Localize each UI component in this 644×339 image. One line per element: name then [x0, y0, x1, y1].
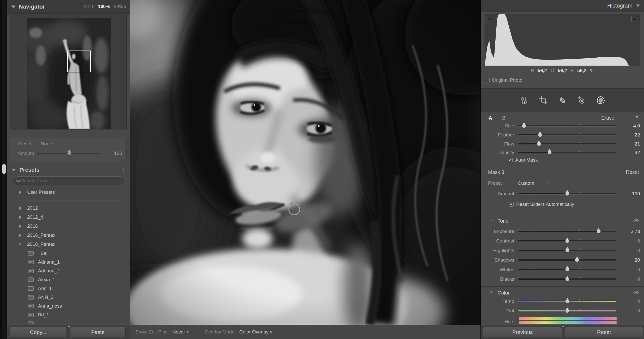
collapse-triangle-icon[interactable] — [636, 5, 640, 7]
preset-item[interactable]: ANN_2 — [7, 293, 130, 302]
feather-slider[interactable] — [518, 134, 616, 135]
collapse-triangle-icon[interactable] — [490, 292, 493, 293]
slider-knob[interactable] — [575, 258, 579, 262]
spinner-icon[interactable] — [187, 330, 189, 333]
density-slider[interactable] — [518, 152, 616, 153]
brush-a-button[interactable]: A — [489, 115, 492, 121]
collapse-triangle-icon[interactable] — [635, 116, 639, 118]
show-edit-pins-value[interactable]: Never — [172, 329, 185, 335]
spinner-icon[interactable] — [270, 330, 272, 333]
amount-slider[interactable] — [36, 153, 102, 154]
preset-group-2016[interactable]: 2016 — [7, 222, 130, 231]
exposure-slider[interactable] — [518, 231, 616, 232]
shadow-clipping-icon[interactable] — [487, 16, 493, 22]
brush-b-button[interactable]: B — [502, 115, 505, 121]
paste-button[interactable]: Paste — [70, 327, 126, 337]
shadows-slider[interactable] — [518, 260, 616, 261]
preset-item-clipped[interactable] — [7, 319, 130, 324]
preset-item[interactable]: Anna_ness — [7, 302, 130, 310]
reset-button[interactable]: Reset — [565, 327, 643, 337]
preset-group-2012-4[interactable]: 2012_4 — [7, 213, 130, 222]
histogram-plot[interactable] — [485, 14, 640, 66]
zoom-fit-button[interactable]: FIT — [84, 4, 94, 9]
healing-brush-icon[interactable] — [557, 95, 568, 106]
size-slider[interactable] — [518, 125, 616, 126]
slider-knob[interactable] — [565, 299, 570, 304]
copy-button[interactable]: Copy... — [10, 327, 66, 337]
slider-knob[interactable] — [565, 192, 570, 196]
auto-mask-row[interactable]: Auto Mask — [508, 157, 538, 163]
zoom-50-button[interactable]: 50% — [114, 4, 126, 9]
eye-icon[interactable] — [633, 290, 639, 295]
red-eye-icon[interactable] — [576, 95, 587, 106]
amount-slider-knob[interactable] — [67, 152, 71, 156]
grip-icon[interactable] — [471, 331, 475, 333]
slider-knob[interactable] — [596, 229, 601, 234]
preset-group-2018-pentax[interactable]: 2018_Pentax — [7, 240, 130, 249]
navigator-header[interactable]: Navigator FIT 100% 50% — [7, 0, 130, 14]
left-scrollbar[interactable] — [0, 0, 7, 339]
slider-knob[interactable] — [565, 249, 570, 253]
adjust-sliders-icon[interactable] — [519, 95, 530, 106]
zoom-100-button[interactable]: 100% — [98, 4, 110, 9]
reset-sliders-checkbox[interactable] — [509, 202, 514, 207]
temp-slider[interactable] — [518, 301, 616, 302]
preset-group-user-presets[interactable]: User Presets — [7, 187, 130, 197]
tint-slider[interactable] — [518, 310, 616, 311]
panel-collapse-icon[interactable] — [561, 326, 565, 328]
mask-reset-button[interactable]: Reset — [626, 169, 639, 175]
slider-knob[interactable] — [547, 151, 552, 155]
scrollbar-thumb[interactable] — [2, 164, 6, 174]
original-photo-row[interactable]: Original Photo — [485, 77, 522, 83]
histogram-header[interactable]: Histogram — [481, 0, 644, 12]
preset-item[interactable]: Bali — [7, 249, 130, 258]
previous-button[interactable]: Previous — [483, 327, 562, 337]
presets-header[interactable]: Presets + — [7, 164, 130, 176]
add-preset-button[interactable]: + — [122, 167, 126, 172]
slider-knob[interactable] — [565, 268, 570, 272]
portrait-photo[interactable] — [130, 0, 480, 325]
eye-icon[interactable] — [633, 219, 639, 223]
chevron-down-icon[interactable] — [18, 244, 21, 245]
contrast-slider[interactable] — [518, 240, 616, 241]
preset-group-2016-pentax[interactable]: 2016_Pentax — [7, 231, 130, 240]
collapse-triangle-icon[interactable] — [12, 169, 16, 171]
mask-preset-value[interactable]: Custom — [518, 180, 534, 186]
collapse-triangle-icon[interactable] — [11, 6, 15, 8]
chevron-right-icon[interactable] — [19, 206, 21, 210]
masking-icon[interactable] — [595, 95, 606, 106]
slider-knob[interactable] — [565, 309, 570, 313]
navigator-zoom-rectangle[interactable] — [67, 51, 91, 72]
slider-knob[interactable] — [565, 277, 570, 281]
flow-slider[interactable] — [518, 143, 616, 144]
spinner-icon[interactable] — [547, 181, 549, 184]
slider-knob[interactable] — [565, 239, 570, 243]
hue-gradient-bar[interactable] — [519, 321, 617, 324]
photo-canvas[interactable]: Show Edit Pins: Never Overlay Mode: Colo… — [130, 0, 480, 339]
crop-icon[interactable] — [538, 95, 549, 106]
mask-amount-slider[interactable] — [518, 193, 616, 194]
auto-mask-checkbox[interactable] — [508, 158, 513, 162]
navigator-preview[interactable] — [10, 15, 127, 130]
preset-item[interactable]: Ann_1 — [7, 284, 130, 293]
hue-gradient-bar[interactable] — [519, 317, 617, 320]
preset-group-2012[interactable]: 2012 — [7, 204, 130, 213]
blacks-slider[interactable] — [518, 279, 616, 280]
search-input[interactable] — [21, 178, 122, 184]
reset-sliders-row[interactable]: Reset Sliders Automatically — [509, 202, 574, 207]
slider-knob[interactable] — [522, 124, 526, 128]
chevron-right-icon[interactable] — [19, 233, 21, 237]
preset-item[interactable]: Bd_1 — [7, 310, 130, 319]
preset-value[interactable]: None — [41, 141, 52, 146]
preset-item[interactable]: Adriana_1 — [7, 258, 130, 266]
erase-button[interactable]: Erase — [601, 115, 614, 121]
collapse-triangle-icon[interactable] — [490, 220, 493, 221]
preset-item[interactable]: Adriana_2 — [7, 266, 130, 275]
chevron-right-icon[interactable] — [19, 224, 21, 228]
preset-search-box[interactable] — [13, 176, 125, 185]
preset-item[interactable]: Alexa_1 — [7, 275, 130, 284]
highlights-slider[interactable] — [518, 250, 616, 251]
slider-knob[interactable] — [538, 133, 542, 137]
navigator-thumbnail[interactable] — [27, 18, 111, 129]
chevron-right-icon[interactable] — [19, 190, 21, 194]
